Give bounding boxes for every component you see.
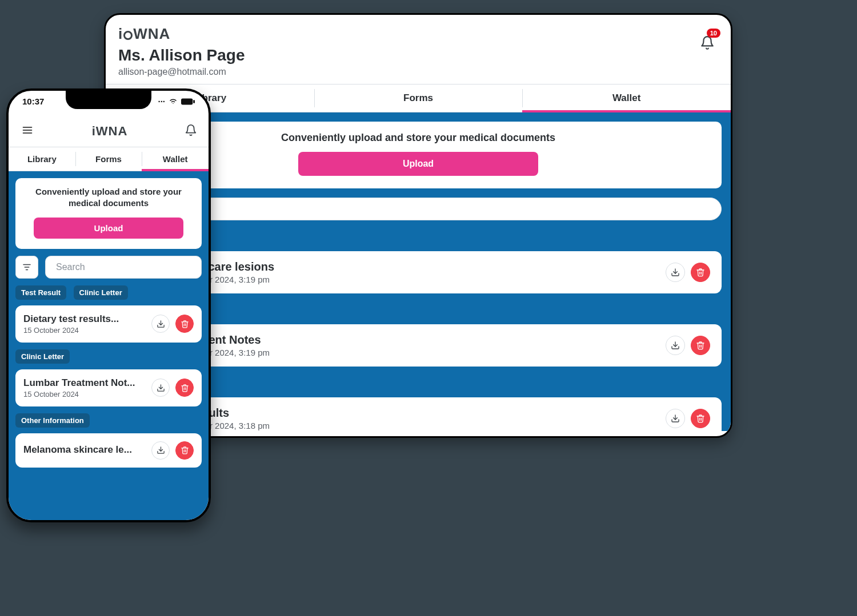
document-subtitle: 15 October 2024 [23,390,151,398]
bell-icon [185,124,197,136]
document-title: Lumbar Treatment Not... [23,377,151,389]
document-subtitle: 15 October 2024 [23,326,151,335]
notifications-button[interactable] [185,124,197,139]
delete-button[interactable] [691,409,710,428]
status-icons: ··· [158,96,195,106]
notifications-button[interactable]: 10 [700,25,718,53]
tab-forms[interactable]: Forms [314,84,523,112]
search-input[interactable] [145,198,722,220]
document-actions [151,441,194,460]
tab-forms[interactable]: Forms [75,147,142,171]
filter-chip[interactable]: Test Result [15,285,66,300]
status-time: 10:37 [22,96,44,106]
document-main: Melanoma skincare le... [23,444,151,457]
filter-chip[interactable]: Clinic Letter [74,285,128,300]
phone-inner: iWNA Library Forms Wallet Conveniently u… [9,91,209,520]
active-filter-chips: Test Result Clinic Letter [15,279,202,300]
filter-icon [22,262,32,272]
document-title: Dietary test results... [23,313,151,325]
cellular-icon: ··· [158,96,165,106]
document-title: Melanoma skincare le... [23,444,151,456]
menu-button[interactable] [20,124,35,138]
delete-button[interactable] [175,315,194,333]
trash-icon [696,268,705,277]
download-button[interactable] [151,315,170,333]
upload-button[interactable]: Upload [34,218,183,239]
download-icon [671,341,680,350]
hamburger-icon [20,124,35,136]
trash-icon [181,384,189,392]
trash-icon [696,341,705,350]
notification-badge: 10 [707,29,720,38]
svg-rect-6 [181,98,193,104]
download-button[interactable] [666,336,685,355]
brand-logo: iWNA [118,25,245,43]
upload-button[interactable]: Upload [298,152,538,176]
trash-icon [696,414,705,423]
document-card[interactable]: Dietary test results... 15 October 2024 [15,305,202,343]
user-name: Ms. Allison Page [118,46,245,65]
wifi-icon [169,98,178,105]
category-chip: Other Information [15,413,90,428]
download-button[interactable] [151,441,170,460]
delete-button[interactable] [691,336,710,355]
phone-tabs: Library Forms Wallet [9,147,209,171]
download-icon [157,446,165,454]
upload-headline: Conveniently upload and store your medic… [126,132,710,144]
search-row [15,256,202,279]
trash-icon [181,446,189,454]
delete-button[interactable] [175,441,194,460]
document-actions [151,315,194,333]
document-card[interactable]: Lumbar Treatment Not... 15 October 2024 [15,369,202,406]
tab-wallet[interactable]: Wallet [142,147,209,171]
identity-block: iWNA Ms. Allison Page allison-page@hotma… [118,25,245,77]
download-icon [671,268,680,277]
tablet-header: iWNA Ms. Allison Page allison-page@hotma… [106,15,731,84]
document-main: Dietary test results... 15 October 2024 [23,313,151,335]
document-main: Lumbar Treatment Not... 15 October 2024 [23,377,151,398]
battery-icon [181,98,195,105]
download-icon [671,414,680,423]
document-actions [666,336,710,355]
upload-headline: Conveniently upload and store your medic… [23,186,194,210]
tab-wallet[interactable]: Wallet [522,84,731,112]
phone-status-bar: 10:37 ··· [9,96,209,106]
download-button[interactable] [666,409,685,428]
tab-library[interactable]: Library [9,147,75,171]
trash-icon [181,320,189,328]
download-button[interactable] [666,263,685,282]
document-actions [666,409,710,428]
upload-card: Conveniently upload and store your medic… [15,178,202,249]
document-actions [666,263,710,282]
delete-button[interactable] [175,379,194,397]
download-button[interactable] [151,379,170,397]
svg-rect-7 [193,100,195,103]
download-icon [157,384,165,392]
filter-button[interactable] [15,256,38,279]
document-actions [151,379,194,397]
wallet-panel: Conveniently upload and store your medic… [9,171,209,520]
user-email: allison-page@hotmail.com [118,67,245,77]
delete-button[interactable] [691,263,710,282]
search-input[interactable] [45,256,202,279]
document-card[interactable]: Melanoma skincare le... [15,433,202,468]
phone-frame: 10:37 ··· iWNA Library Forms Wallet Conv… [6,88,211,522]
download-icon [157,320,165,328]
brand-logo: iWNA [92,124,128,139]
category-chip: Clinic Letter [15,349,70,364]
